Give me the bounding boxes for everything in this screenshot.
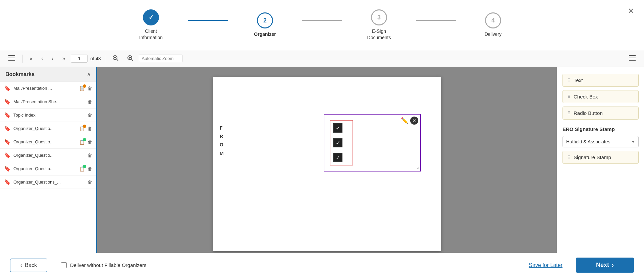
checkbox-2[interactable]: ✓ <box>333 138 342 147</box>
close-button[interactable]: ✕ <box>628 7 634 15</box>
checkbox-field-button[interactable]: ⠿ Check Box <box>562 90 639 103</box>
delete-icon[interactable]: 🗑 <box>88 139 92 145</box>
step-1-circle: ✓ <box>143 9 159 25</box>
grip-icon: ⠿ <box>568 94 570 99</box>
ero-dropdown[interactable]: Hatfield & Associates <box>562 136 639 147</box>
checkbox-row-3[interactable]: ✓ <box>333 153 350 162</box>
next-button[interactable]: Next › <box>576 258 634 273</box>
step-4[interactable]: 4 Delivery <box>456 12 530 37</box>
prev-page-button[interactable]: ‹ <box>38 54 46 63</box>
signature-stamp-label: Signature Stamp <box>574 154 611 160</box>
ero-title: ERO Signature Stamp <box>562 126 639 132</box>
delete-icon[interactable]: 🗑 <box>88 153 92 158</box>
checkbox-row-1[interactable]: ✓ <box>333 123 350 133</box>
next-page-button[interactable]: › <box>49 54 56 63</box>
delete-icon[interactable]: 🗑 <box>88 86 92 91</box>
bookmark-icon: 🔖 <box>4 112 11 118</box>
back-label: Back <box>25 262 37 268</box>
step-4-label: Delivery <box>485 31 502 37</box>
delete-icon[interactable]: 🗑 <box>88 126 92 131</box>
back-button[interactable]: ‹ Back <box>10 259 47 272</box>
copy-icon[interactable]: 📋 <box>79 166 85 171</box>
document-page: FROM ✏️ ✕ ✓ ✓ ✓ <box>213 77 441 251</box>
svg-rect-2 <box>8 60 15 61</box>
zoom-in-button[interactable] <box>124 53 136 64</box>
selected-checkbox-area: ✓ ✓ ✓ <box>330 120 353 165</box>
step-3[interactable]: 3 E-SignDocuments <box>342 9 416 40</box>
delete-icon[interactable]: 🗑 <box>88 166 92 171</box>
list-item[interactable]: 🔖 Organizer_Questio... 📋 🗑 <box>0 162 96 176</box>
next-icon: › <box>612 262 614 269</box>
sidebar-collapse-button[interactable]: ∧ <box>87 71 91 77</box>
resize-handle[interactable]: ⌟ <box>417 164 419 169</box>
checkbox-group[interactable]: ✏️ ✕ ✓ ✓ ✓ ⌟ <box>324 114 421 171</box>
svg-rect-11 <box>629 58 636 58</box>
radio-field-button[interactable]: ⠿ Radio Button <box>562 107 639 120</box>
edit-button[interactable]: ✏️ <box>401 117 408 125</box>
text-field-button[interactable]: ⠿ Text <box>562 74 639 87</box>
grip-icon: ⠿ <box>568 111 570 116</box>
checkbox-1[interactable]: ✓ <box>333 123 342 133</box>
text-field-label: Text <box>574 77 583 83</box>
toggle-sidebar-button[interactable] <box>5 54 18 64</box>
deliver-without-organizers-checkbox[interactable] <box>61 262 67 268</box>
bookmark-icon: 🔖 <box>4 152 11 158</box>
delete-icon[interactable]: 🗑 <box>88 113 92 118</box>
last-page-button[interactable]: » <box>59 54 68 63</box>
separator-2 <box>105 55 105 63</box>
copy-icon[interactable]: 📋 <box>79 139 85 145</box>
bookmark-icon: 🔖 <box>4 179 11 185</box>
copy-icon[interactable]: 📋 <box>79 126 85 131</box>
sidebar-item-label: Organizer_Questio... <box>13 166 76 171</box>
first-page-button[interactable]: « <box>26 54 36 63</box>
list-item[interactable]: 🔖 Organizer_Questions_... 🗑 <box>0 176 96 189</box>
zoom-input[interactable] <box>139 55 182 62</box>
step-2-label: Organizer <box>254 31 276 37</box>
sidebar-title: Bookmarks <box>5 71 35 77</box>
copy-icon[interactable]: 📋 <box>79 86 85 91</box>
sidebar-header: Bookmarks ∧ <box>0 67 96 82</box>
step-2[interactable]: 2 Organizer <box>228 12 302 37</box>
list-item[interactable]: 🔖 Mail/Presentation ... 📋 🗑 <box>0 82 96 95</box>
sidebar-item-label: Organizer_Questio... <box>13 126 76 131</box>
list-item[interactable]: 🔖 Organizer_Questio... 📋 🗑 <box>0 135 96 149</box>
deliver-label-text: Deliver without Fillable Organizers <box>70 262 147 268</box>
stepper: ✓ ClientInformation 2 Organizer 3 E-Sign… <box>114 9 530 40</box>
signature-stamp-button[interactable]: ⠿ Signature Stamp <box>562 151 639 164</box>
sidebar-item-label: Mail/Presentation She... <box>13 99 85 104</box>
page-number-input[interactable] <box>71 55 88 63</box>
close-field-button[interactable]: ✕ <box>410 117 418 125</box>
zoom-out-button[interactable] <box>109 53 121 64</box>
document-viewer: FROM ✏️ ✕ ✓ ✓ ✓ <box>97 67 557 253</box>
list-item[interactable]: 🔖 Topic Index 🗑 <box>0 109 96 122</box>
list-item[interactable]: 🔖 Mail/Presentation She... 🗑 <box>0 95 96 109</box>
sidebar-items-list: 🔖 Mail/Presentation ... 📋 🗑 🔖 Mail/Prese… <box>0 82 96 253</box>
checkbox-3[interactable]: ✓ <box>333 153 342 162</box>
grip-icon: ⠿ <box>568 78 570 83</box>
list-item[interactable]: 🔖 Organizer_Questio... 📋 🗑 <box>0 122 96 135</box>
svg-rect-0 <box>8 55 15 56</box>
toggle-right-panel-button[interactable] <box>626 54 639 64</box>
step-4-circle: 4 <box>485 12 501 28</box>
delete-icon[interactable]: 🗑 <box>88 99 92 105</box>
step-1-label: ClientInformation <box>139 28 163 40</box>
connector-3-4 <box>416 20 456 21</box>
connector-1-2 <box>188 20 228 21</box>
save-for-later-button[interactable]: Save for Later <box>529 262 562 268</box>
bookmark-icon: 🔖 <box>4 139 11 145</box>
bookmark-icon: 🔖 <box>4 125 11 132</box>
radio-field-label: Radio Button <box>574 110 603 116</box>
header: ✕ ✓ ClientInformation 2 Organizer 3 E-Si… <box>0 0 644 50</box>
delete-icon[interactable]: 🗑 <box>88 180 92 185</box>
footer: ‹ Back Deliver without Fillable Organize… <box>0 253 644 277</box>
right-panel: ⠿ Text ⠿ Check Box ⠿ Radio Button ERO Si… <box>557 67 644 253</box>
toolbar-right <box>626 54 639 64</box>
checkbox-row-2[interactable]: ✓ <box>333 138 350 147</box>
toolbar: « ‹ › » of 48 <box>0 50 644 67</box>
deliver-without-organizers-label[interactable]: Deliver without Fillable Organizers <box>61 262 147 268</box>
back-icon: ‹ <box>20 262 22 268</box>
list-item[interactable]: 🔖 Organizer_Questio... 🗑 <box>0 149 96 162</box>
checkbox-field-label: Check Box <box>574 94 598 99</box>
step-1[interactable]: ✓ ClientInformation <box>114 9 188 40</box>
separator-1 <box>22 55 22 63</box>
